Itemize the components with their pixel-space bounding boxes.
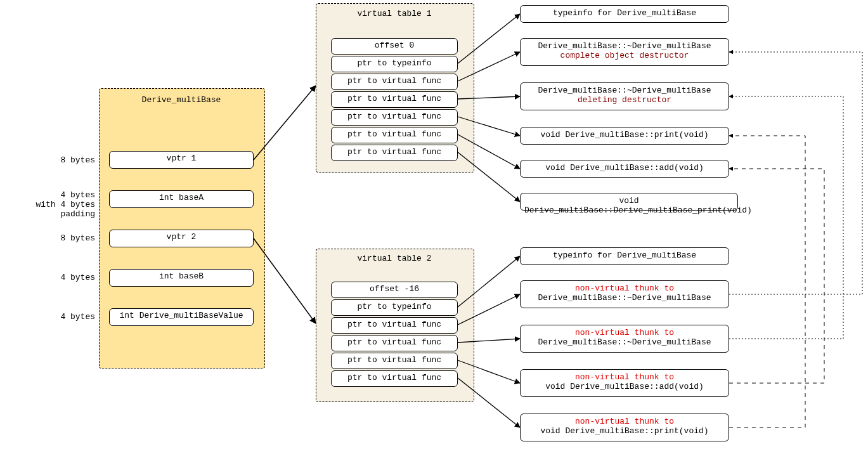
f2-thunk-dtor2: non-virtual thunk to Derive_multiBase::~…	[520, 325, 729, 353]
f1-print: void Derive_multiBase::print(void)	[520, 127, 729, 145]
vt1-row-1: ptr to typeinfo	[331, 56, 458, 72]
field-size-4: 4 bytes	[6, 312, 95, 322]
field-2: vptr 2	[109, 230, 254, 247]
f1-add: void Derive_multiBase::add(void)	[520, 160, 729, 178]
vt2-row-3: ptr to virtual func	[331, 335, 458, 351]
field-3: int baseB	[109, 269, 254, 287]
f1-dprint: void Derive_multiBase::Derive_multiBase_…	[520, 193, 738, 211]
field-1: int baseA	[109, 190, 254, 208]
vt1-row-0: offset 0	[331, 38, 458, 55]
vtable1-title: virtual table 1	[316, 9, 473, 18]
vt1-row-3: ptr to virtual func	[331, 91, 458, 108]
f1-typeinfo: typeinfo for Derive_multiBase	[520, 5, 729, 23]
f1-dtor-complete: Derive_multiBase::~Derive_multiBase comp…	[520, 38, 729, 66]
object-panel	[99, 88, 265, 368]
vt2-row-5: ptr to virtual func	[331, 370, 458, 387]
f1-dtor-delete: Derive_multiBase::~Derive_multiBase dele…	[520, 82, 729, 110]
field-size-3: 4 bytes	[6, 273, 95, 282]
vt1-row-6: ptr to virtual func	[331, 145, 458, 161]
field-0: vptr 1	[109, 151, 254, 169]
f2-thunk-dtor1: non-virtual thunk to Derive_multiBase::~…	[520, 280, 729, 308]
vt2-row-1: ptr to typeinfo	[331, 299, 458, 316]
field-size-1: 4 bytes with 4 bytes padding	[6, 190, 95, 219]
vt2-row-0: offset -16	[331, 282, 458, 298]
f2-thunk-print: non-virtual thunk to void Derive_multiBa…	[520, 414, 729, 441]
field-4: int Derive_multiBaseValue	[109, 308, 254, 326]
vt1-row-4: ptr to virtual func	[331, 109, 458, 126]
vtable2-title: virtual table 2	[316, 254, 473, 263]
vt1-row-2: ptr to virtual func	[331, 74, 458, 90]
f2-typeinfo: typeinfo for Derive_multiBase	[520, 247, 729, 265]
vt2-row-2: ptr to virtual func	[331, 317, 458, 334]
f2-thunk-add: non-virtual thunk to void Derive_multiBa…	[520, 369, 729, 397]
field-size-2: 8 bytes	[6, 233, 95, 243]
vt1-row-5: ptr to virtual func	[331, 127, 458, 143]
vt2-row-4: ptr to virtual func	[331, 353, 458, 369]
object-title: Derive_multiBase	[99, 95, 264, 105]
field-size-0: 8 bytes	[6, 155, 95, 165]
